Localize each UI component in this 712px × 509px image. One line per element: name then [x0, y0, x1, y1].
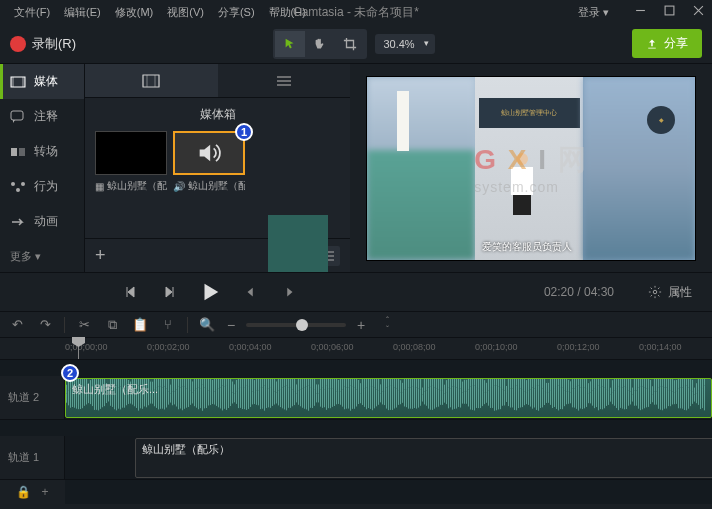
speaker-icon	[195, 139, 223, 167]
svg-rect-6	[19, 148, 25, 156]
prev-frame-button[interactable]	[119, 280, 143, 304]
hand-tool[interactable]	[305, 31, 335, 57]
sidebar: 媒体 注释 转场 行为 动画 更多 ▾	[0, 64, 85, 272]
login-dropdown[interactable]: 登录 ▾	[578, 5, 609, 20]
svg-rect-3	[22, 77, 25, 87]
track-header[interactable]: 轨道 2	[0, 376, 65, 419]
minimize-icon[interactable]	[635, 5, 646, 19]
add-media-button[interactable]: +	[95, 245, 106, 266]
thumb-image	[173, 131, 245, 175]
callout-1: 1	[235, 123, 253, 141]
audio-clip[interactable]: 鲸山别墅（配乐...	[65, 378, 712, 418]
gear-icon	[648, 285, 662, 299]
thumb-image	[95, 131, 167, 175]
track-1: 轨道 1 鲸山别墅（配乐）	[0, 436, 712, 480]
record-label: 录制(R)	[32, 35, 76, 53]
next-frame-button[interactable]	[157, 280, 181, 304]
track-body[interactable]: 2 鲸山别墅（配乐...	[65, 376, 712, 419]
play-button[interactable]	[195, 277, 225, 307]
svg-point-8	[16, 188, 20, 192]
split-button[interactable]: ⑂	[159, 317, 177, 332]
sidebar-item-transition[interactable]: 转场	[0, 134, 84, 169]
properties-button[interactable]: 属性	[648, 284, 692, 301]
menu-edit[interactable]: 编辑(E)	[58, 3, 107, 22]
cut-button[interactable]: ✂	[75, 317, 93, 332]
decorative-block	[268, 215, 328, 273]
transition-icon	[10, 144, 26, 160]
sidebar-label: 注释	[34, 108, 58, 125]
copy-button[interactable]: ⧉	[103, 317, 121, 333]
crop-tool[interactable]	[335, 31, 365, 57]
thumb-label: ▦鲸山别墅（配乐...	[95, 179, 167, 193]
undo-button[interactable]: ↶	[8, 317, 26, 332]
sidebar-label: 动画	[34, 213, 58, 230]
timeline-tools: ↶ ↷ ✂ ⧉ 📋 ⑂ 🔍 − + ˆˇ	[0, 312, 712, 338]
svg-rect-0	[665, 6, 674, 15]
track-header[interactable]: 轨道 1	[0, 436, 65, 479]
media-icon	[10, 74, 26, 90]
media-thumb-video[interactable]: ▦鲸山别墅（配乐...	[95, 131, 167, 193]
zoom-dropdown[interactable]: 30.4%	[375, 34, 434, 54]
playback-bar: 02:20 / 04:30 属性	[0, 272, 712, 312]
zoom-slider[interactable]	[246, 323, 346, 327]
menu-view[interactable]: 视图(V)	[161, 3, 210, 22]
video-clip[interactable]: 鲸山别墅（配乐）	[135, 438, 712, 478]
menu-share[interactable]: 分享(S)	[212, 3, 261, 22]
sidebar-item-animation[interactable]: 动画	[0, 204, 84, 239]
media-tab-bin[interactable]	[85, 64, 218, 97]
svg-point-7	[11, 182, 15, 186]
share-button[interactable]: 分享	[632, 29, 702, 58]
callout-2: 2	[61, 364, 79, 382]
record-button[interactable]: 录制(R)	[10, 35, 76, 53]
step-back-button[interactable]	[239, 280, 263, 304]
sidebar-label: 媒体	[34, 73, 58, 90]
zoom-out-button[interactable]: 🔍	[198, 317, 216, 332]
time-display: 02:20 / 04:30	[544, 285, 614, 299]
redo-button[interactable]: ↷	[36, 317, 54, 332]
annotate-icon	[10, 109, 26, 125]
toolbar: 录制(R) 30.4% 分享	[0, 24, 712, 64]
sidebar-more[interactable]: 更多 ▾	[0, 239, 84, 274]
timeline-tracks: 轨道 2 2 鲸山别墅（配乐... 轨道 1 鲸山别墅（配乐） 🔒 +	[0, 360, 712, 504]
media-bin-header: 媒体箱	[85, 98, 350, 131]
menu-modify[interactable]: 修改(M)	[109, 3, 160, 22]
preview-canvas[interactable]: 鲸山别墅管理中心 爱笑的客服员负责人 ◆ G X I 网 system.com	[350, 64, 712, 272]
sidebar-item-annotate[interactable]: 注释	[0, 99, 84, 134]
lock-icon[interactable]: 🔒	[16, 485, 31, 499]
track-footer-controls[interactable]: 🔒 +	[0, 480, 65, 504]
animation-icon	[10, 214, 26, 230]
svg-point-15	[653, 290, 657, 294]
media-thumb-audio[interactable]: 1 🔊鲸山别墅（配乐...	[173, 131, 245, 193]
canvas-caption: 爱笑的客服员负责人	[482, 240, 572, 254]
svg-rect-2	[11, 77, 14, 87]
upload-icon	[646, 38, 658, 50]
clip-label: 鲸山别墅（配乐...	[72, 382, 158, 397]
sidebar-item-media[interactable]: 媒体	[0, 64, 84, 99]
add-track-button[interactable]: +	[41, 485, 48, 499]
media-tab-library[interactable]	[218, 64, 351, 97]
sidebar-item-behavior[interactable]: 行为	[0, 169, 84, 204]
timeline-expand[interactable]: ˆˇ	[386, 316, 389, 334]
menu-file[interactable]: 文件(F)	[8, 3, 56, 22]
window-title: Camtasia - 未命名项目*	[293, 4, 419, 21]
svg-rect-4	[11, 111, 23, 120]
thumb-label: 🔊鲸山别墅（配乐...	[173, 179, 245, 193]
maximize-icon[interactable]	[664, 5, 675, 19]
share-label: 分享	[664, 35, 688, 52]
playhead[interactable]	[78, 338, 79, 359]
record-icon	[10, 36, 26, 52]
menubar: 文件(F) 编辑(E) 修改(M) 视图(V) 分享(S) 帮助(H) Camt…	[0, 0, 712, 24]
sidebar-label: 转场	[34, 143, 58, 160]
cursor-tool[interactable]	[275, 31, 305, 57]
paste-button[interactable]: 📋	[131, 317, 149, 332]
svg-rect-5	[11, 148, 17, 156]
track-body[interactable]: 鲸山别墅（配乐）	[65, 436, 712, 479]
behavior-icon	[10, 179, 26, 195]
svg-point-9	[21, 182, 25, 186]
step-fwd-button[interactable]	[277, 280, 301, 304]
timeline-ruler[interactable]: 0;00;00;000;00;02;000;00;04;000;00;06;00…	[0, 338, 712, 360]
svg-rect-10	[143, 75, 159, 87]
clip-label: 鲸山别墅（配乐）	[142, 442, 230, 457]
close-icon[interactable]	[693, 5, 704, 19]
track-2: 轨道 2 2 鲸山别墅（配乐...	[0, 376, 712, 420]
